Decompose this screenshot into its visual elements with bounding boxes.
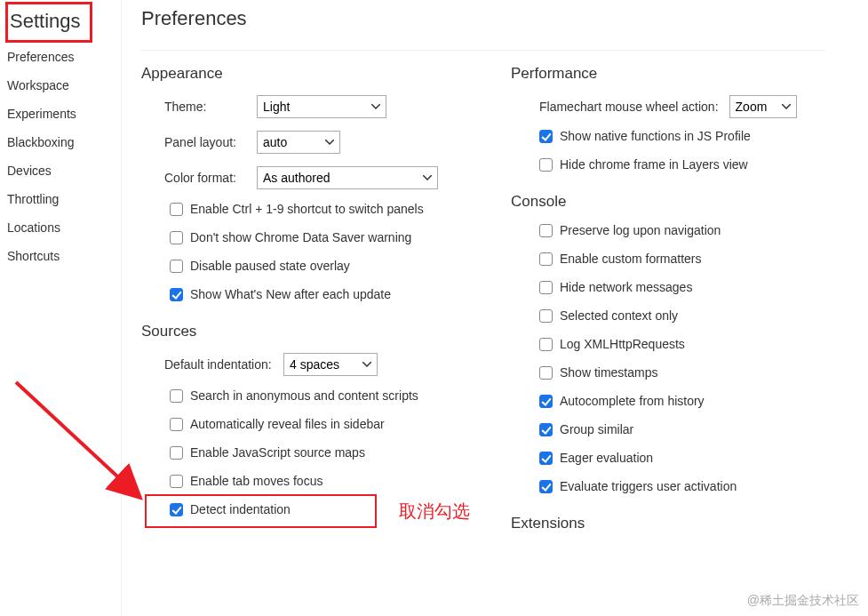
console-check-row-4: Log XMLHttpRequests: [511, 337, 863, 351]
console-check-checkbox-4[interactable]: [539, 338, 553, 351]
console-check-label-8: Eager evaluation: [560, 451, 653, 465]
section-performance: Performance Flamechart mouse wheel actio…: [511, 65, 863, 172]
sources-check-label-3: Enable tab moves focus: [190, 474, 323, 488]
console-check-row-0: Preserve log upon navigation: [511, 223, 863, 237]
sources-check-checkbox-0[interactable]: [170, 389, 183, 403]
section-title-sources: Sources: [141, 323, 511, 340]
sources-check-label-4: Detect indentation: [190, 502, 291, 516]
console-check-checkbox-1[interactable]: [539, 252, 553, 266]
sources-check-label-0: Search in anonymous and content scripts: [190, 388, 418, 403]
appearance-check-checkbox-2[interactable]: [170, 260, 183, 273]
appearance-check-label-1: Don't show Chrome Data Saver warning: [190, 230, 411, 244]
console-check-checkbox-5[interactable]: [539, 366, 553, 380]
sidebar-item-devices[interactable]: Devices: [5, 156, 121, 185]
sources-check-row-0: Search in anonymous and content scripts: [141, 388, 511, 403]
console-check-row-7: Group similar: [511, 422, 863, 436]
content: Preferences Appearance Theme: Light Pane…: [122, 0, 868, 616]
page-title: Preferences: [141, 7, 863, 30]
console-check-checkbox-3[interactable]: [539, 309, 553, 323]
appearance-check-row-0: Enable Ctrl + 1-9 shortcut to switch pan…: [141, 202, 511, 216]
console-check-checkbox-7[interactable]: [539, 423, 553, 436]
console-check-label-6: Autocomplete from history: [560, 394, 705, 408]
performance-check-label-1: Hide chrome frame in Layers view: [560, 157, 748, 172]
color-format-select[interactable]: As authored: [257, 166, 438, 189]
appearance-check-label-0: Enable Ctrl + 1-9 shortcut to switch pan…: [190, 202, 424, 216]
panel-layout-select[interactable]: auto: [257, 131, 340, 154]
settings-title-highlight: Settings: [5, 2, 92, 43]
performance-check-checkbox-0[interactable]: [539, 130, 553, 143]
section-title-appearance: Appearance: [141, 65, 511, 83]
console-check-checkbox-8[interactable]: [539, 452, 553, 465]
console-check-label-7: Group similar: [560, 422, 633, 436]
section-extensions: Extensions: [511, 515, 863, 532]
sidebar-title: Settings: [8, 4, 81, 40]
sources-check-label-2: Enable JavaScript source maps: [190, 445, 365, 460]
sidebar-item-workspace[interactable]: Workspace: [5, 71, 121, 100]
wheel-select[interactable]: Zoom: [729, 95, 797, 118]
sidebar-item-experiments[interactable]: Experiments: [5, 100, 121, 128]
sidebar-item-shortcuts[interactable]: Shortcuts: [5, 242, 121, 270]
appearance-check-checkbox-1[interactable]: [170, 231, 183, 244]
sources-check-checkbox-2[interactable]: [170, 446, 183, 460]
appearance-check-row-2: Disable paused state overlay: [141, 259, 511, 273]
console-check-checkbox-6[interactable]: [539, 395, 553, 408]
sources-check-checkbox-1[interactable]: [170, 418, 183, 431]
sources-check-label-1: Automatically reveal files in sidebar: [190, 417, 385, 431]
sources-check-row-2: Enable JavaScript source maps: [141, 445, 511, 460]
console-check-row-6: Autocomplete from history: [511, 394, 863, 408]
console-check-row-2: Hide network messages: [511, 280, 863, 294]
console-check-row-9: Evaluate triggers user activation: [511, 479, 863, 493]
console-check-checkbox-0[interactable]: [539, 224, 553, 237]
console-check-row-8: Eager evaluation: [511, 451, 863, 465]
console-check-label-9: Evaluate triggers user activation: [560, 479, 737, 493]
sources-check-checkbox-3[interactable]: [170, 475, 183, 488]
theme-label: Theme:: [141, 100, 257, 114]
performance-check-row-1: Hide chrome frame in Layers view: [511, 157, 863, 172]
console-check-row-3: Selected context only: [511, 308, 863, 323]
section-appearance: Appearance Theme: Light Panel layout: au…: [141, 65, 511, 301]
sidebar-item-blackboxing[interactable]: Blackboxing: [5, 128, 121, 156]
performance-check-row-0: Show native functions in JS Profile: [511, 129, 863, 143]
sidebar: Settings Preferences Workspace Experimen…: [0, 0, 122, 616]
section-title-performance: Performance: [511, 65, 863, 83]
section-console: Console Preserve log upon navigationEnab…: [511, 193, 863, 493]
appearance-check-checkbox-0[interactable]: [170, 203, 183, 216]
console-check-label-4: Log XMLHttpRequests: [560, 337, 685, 351]
console-check-label-5: Show timestamps: [560, 365, 657, 380]
sidebar-item-locations[interactable]: Locations: [5, 213, 121, 242]
console-check-label-1: Enable custom formatters: [560, 252, 702, 266]
sources-check-checkbox-4[interactable]: [170, 503, 183, 516]
sources-check-row-3: Enable tab moves focus: [141, 474, 511, 488]
console-check-label-0: Preserve log upon navigation: [560, 223, 721, 237]
sidebar-item-throttling[interactable]: Throttling: [5, 185, 121, 213]
section-sources: Sources Default indentation: 4 spaces Se…: [141, 323, 511, 516]
console-check-label-3: Selected context only: [560, 308, 678, 323]
sidebar-item-preferences[interactable]: Preferences: [5, 43, 121, 71]
appearance-check-row-1: Don't show Chrome Data Saver warning: [141, 230, 511, 244]
appearance-check-checkbox-3[interactable]: [170, 288, 183, 301]
theme-select[interactable]: Light: [257, 95, 386, 118]
wheel-label: Flamechart mouse wheel action:: [539, 100, 719, 114]
console-check-row-5: Show timestamps: [511, 365, 863, 380]
section-title-console: Console: [511, 193, 863, 211]
console-check-row-1: Enable custom formatters: [511, 252, 863, 266]
appearance-check-label-3: Show What's New after each update: [190, 287, 391, 301]
sources-check-row-1: Automatically reveal files in sidebar: [141, 417, 511, 431]
sources-check-row-4: Detect indentation: [141, 502, 511, 516]
appearance-check-row-3: Show What's New after each update: [141, 287, 511, 301]
console-check-checkbox-9[interactable]: [539, 480, 553, 493]
section-title-extensions: Extensions: [511, 515, 863, 532]
console-check-checkbox-2[interactable]: [539, 281, 553, 294]
panel-layout-label: Panel layout:: [141, 135, 257, 149]
appearance-check-label-2: Disable paused state overlay: [190, 259, 350, 273]
performance-check-checkbox-1[interactable]: [539, 158, 553, 172]
indent-select[interactable]: 4 spaces: [283, 353, 378, 376]
indent-label: Default indentation:: [141, 357, 283, 372]
performance-check-label-0: Show native functions in JS Profile: [560, 129, 751, 143]
color-format-label: Color format:: [141, 171, 257, 185]
divider: [141, 50, 825, 51]
console-check-label-2: Hide network messages: [560, 280, 692, 294]
